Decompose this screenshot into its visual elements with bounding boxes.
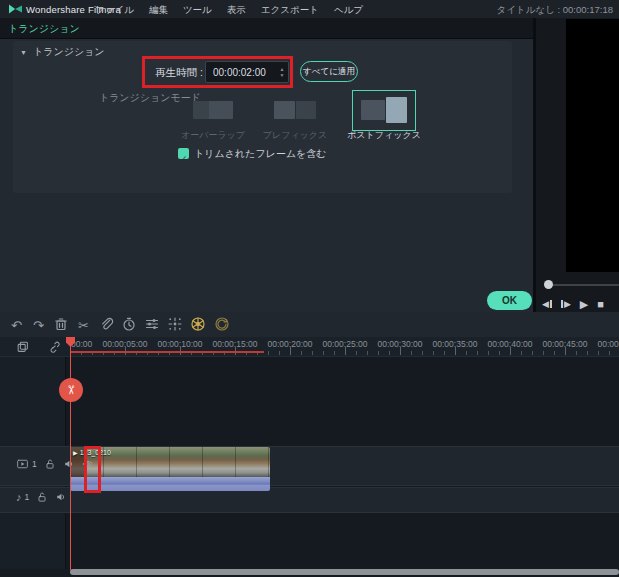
apply-to-all-button[interactable]: すべてに適用: [300, 61, 358, 82]
clip-label: ▶ 123_0210: [73, 449, 111, 456]
include-trimmed-frames-checkbox[interactable]: ✓: [178, 148, 189, 159]
video-track-header: 1: [16, 458, 94, 470]
music-note-icon: ♪: [16, 492, 22, 503]
filmora-logo-icon: [8, 3, 23, 16]
ruler-label: 00:00:15:00: [213, 339, 258, 349]
lock-icon[interactable]: [44, 458, 56, 470]
color-wheel-icon: [190, 316, 206, 332]
attach-button[interactable]: [97, 316, 114, 333]
motion-tracking-icon: [167, 316, 183, 332]
ruler-label: 00:00:25:00: [323, 339, 368, 349]
check-icon: ✓: [180, 154, 188, 165]
ruler-label: 00:00:35:00: [433, 339, 478, 349]
play-icon: ▶: [580, 299, 588, 310]
undo-icon: ↶: [11, 319, 22, 332]
copy-button[interactable]: [14, 340, 31, 357]
menu-edit[interactable]: 編集: [149, 4, 168, 17]
copy-icon: [16, 340, 30, 354]
stepper-down-icon[interactable]: ▼: [280, 73, 285, 78]
stepper-up-icon[interactable]: ▲: [280, 67, 285, 72]
tab-bar: [0, 18, 533, 39]
include-trimmed-frames-label: トリムされたフレームを含む: [194, 147, 327, 161]
duration-stepper[interactable]: ▲ ▼: [276, 67, 288, 78]
project-duration-line: [70, 351, 264, 353]
transport-controls: ◀ ▶ ▶ ■: [542, 296, 619, 312]
play-button[interactable]: ▶: [580, 299, 588, 310]
mode-option-prefix[interactable]: [272, 95, 318, 125]
filmora-window: Wondershare Filmora ファイル 編集 ツール 表示 エクスポー…: [0, 0, 619, 577]
ruler-label: 00:00:30:00: [378, 339, 423, 349]
audio-track-header: ♪ 1: [16, 491, 67, 503]
section-title: トランジション: [33, 45, 105, 59]
timeline-toolbar: [0, 312, 619, 337]
timeline-clip[interactable]: ▶ 123_0210: [70, 447, 270, 491]
trash-icon: [53, 316, 69, 332]
mode-caption-prefix[interactable]: プレフィックス: [250, 129, 340, 142]
render-preview-button[interactable]: [213, 316, 230, 333]
clip-name: 123_0210: [80, 449, 111, 456]
menu-items: ファイル 編集 ツール 表示 エクスポート ヘルプ: [95, 4, 363, 17]
redo-icon: ↷: [33, 319, 44, 332]
timeline-ruler[interactable]: 00:0000:00:05:0000:00:10:0000:00:15:0000…: [66, 337, 619, 357]
ruler-label: 00:00:40:00: [488, 339, 533, 349]
mode-caption-overlap[interactable]: オーバーラップ: [168, 129, 258, 142]
lock-icon[interactable]: [36, 491, 48, 503]
adjust-button[interactable]: [143, 316, 160, 333]
video-track-icon: [16, 458, 29, 470]
menu-file[interactable]: ファイル: [95, 4, 134, 17]
menubar: Wondershare Filmora ファイル 編集 ツール 表示 エクスポー…: [0, 0, 619, 18]
split-scissors-icon: ✂: [78, 319, 89, 332]
sliders-icon: [144, 316, 160, 332]
duration-value[interactable]: 00:00:02:00: [206, 67, 276, 78]
split-button[interactable]: ✂: [75, 316, 92, 333]
preview-video-area: [566, 19, 619, 272]
mode-selected-ring: [352, 90, 416, 131]
scissors-icon: ✂: [65, 385, 77, 395]
playhead-line[interactable]: [70, 337, 71, 570]
collapse-caret-icon[interactable]: ▼: [20, 49, 27, 56]
horizontal-scrollbar[interactable]: [70, 569, 619, 575]
ok-button[interactable]: OK: [487, 291, 532, 310]
previous-frame-button[interactable]: ◀: [542, 300, 552, 309]
eye-icon[interactable]: [82, 458, 94, 470]
mute-speaker-icon[interactable]: [55, 491, 67, 503]
clock-icon: [121, 316, 137, 332]
next-frame-button[interactable]: ▶: [561, 300, 571, 309]
clip-audio-waveform: [70, 477, 270, 491]
delete-button[interactable]: [52, 316, 69, 333]
mode-option-overlap[interactable]: [190, 95, 236, 125]
ruler-label: 00:00:10:00: [158, 339, 203, 349]
project-status-timecode: タイトルなし : 00:00:17:18: [497, 4, 613, 17]
audio-track-number: 1: [25, 492, 30, 502]
menu-view[interactable]: 表示: [227, 4, 246, 17]
ruler-label: 00:00:05:00: [103, 339, 148, 349]
color-match-button[interactable]: [189, 316, 206, 333]
stop-icon: ■: [597, 299, 604, 310]
link-icon: [47, 340, 61, 354]
menu-help[interactable]: ヘルプ: [334, 4, 363, 17]
motion-tracking-button[interactable]: [166, 316, 183, 333]
menu-tools[interactable]: ツール: [183, 4, 212, 17]
section-header-transition[interactable]: ▼ トランジション: [20, 45, 105, 59]
preview-scrubber-handle[interactable]: [544, 280, 553, 289]
previous-frame-icon: ◀: [542, 300, 549, 309]
clip-play-icon: ▶: [73, 450, 78, 456]
preview-scrubber-track[interactable]: [545, 284, 619, 286]
redo-button[interactable]: ↷: [30, 316, 47, 333]
duration-input[interactable]: 00:00:02:00 ▲ ▼: [205, 61, 289, 83]
paperclip-icon: [98, 316, 114, 332]
undo-button[interactable]: ↶: [8, 316, 25, 333]
menu-export[interactable]: エクスポート: [261, 4, 319, 17]
mute-speaker-icon[interactable]: [63, 458, 75, 470]
next-frame-icon: ▶: [564, 300, 571, 309]
transition-mode-label: トランジションモード :: [96, 91, 201, 116]
link-button[interactable]: [45, 340, 62, 357]
video-track-number: 1: [32, 459, 37, 469]
ruler-label: 00:00:50:00: [598, 339, 619, 349]
mode-caption-postfix[interactable]: ポストフィックス: [339, 129, 429, 142]
ruler-label: 00:00:45:00: [543, 339, 588, 349]
stop-button[interactable]: ■: [597, 299, 604, 310]
playhead-split-button[interactable]: ✂: [59, 378, 83, 402]
speed-button[interactable]: [120, 316, 137, 333]
duration-label: 再生時間 :: [155, 66, 203, 80]
